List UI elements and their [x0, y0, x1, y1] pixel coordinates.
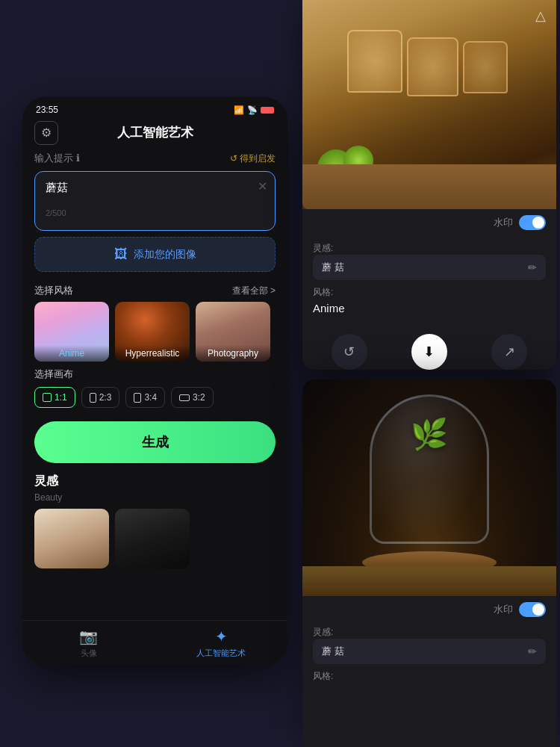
bottom-inspiration-label: 灵感:: [313, 626, 546, 639]
bottom-edit-icon[interactable]: ✏: [528, 645, 537, 657]
page-title: 人工智能艺术: [117, 124, 193, 141]
bottom-watermark-toggle[interactable]: [519, 602, 546, 617]
style-section-title: 选择风格: [34, 284, 73, 297]
glass-3: [463, 41, 508, 93]
style-info-value: Anime: [313, 299, 546, 317]
landscape-3-2-icon: [179, 394, 190, 401]
canvas-3-2-label: 3:2: [193, 392, 205, 403]
canvas-3-4-label: 3:4: [144, 392, 157, 403]
inspiration-value-box: 蘑 菇 ✏: [313, 255, 546, 280]
regenerate-button[interactable]: ↺ 再次生成: [313, 334, 385, 370]
save-button[interactable]: ⬇ 保存: [393, 334, 465, 370]
style-card-hyperrealistic[interactable]: Hyperrealistic: [115, 302, 190, 362]
prompt-section-label: 输入提示 ℹ ↺ 得到启发: [22, 147, 287, 168]
canvas-2-3-label: 2:3: [99, 392, 112, 403]
save-icon: ⬇: [411, 334, 447, 370]
prompt-counter: 2/500: [46, 208, 264, 217]
canvas-option-3-2[interactable]: 3:2: [171, 387, 214, 408]
plant-image: 🌿: [302, 379, 556, 596]
style-card-photography[interactable]: Photography: [196, 302, 270, 362]
plant-leaves: 🌿: [411, 417, 448, 452]
result-info: 灵感: 蘑 菇 ✏ 风格: Anime: [302, 236, 556, 329]
edit-inspiration-icon[interactable]: ✏: [528, 261, 537, 273]
style-card-photo-label: Photography: [196, 345, 270, 362]
status-bar: 23:55 📶 📡: [22, 97, 287, 118]
style-section-header: 选择风格 查看全部 >: [22, 278, 287, 302]
style-card-anime-label: Anime: [34, 345, 109, 362]
canvas-option-2-3[interactable]: 2:3: [81, 387, 120, 408]
wifi-icon: 📡: [247, 105, 258, 115]
nav-item-portrait[interactable]: 📷 头像: [22, 621, 155, 665]
inspiration-value: 蘑 菇: [322, 261, 344, 274]
style-card-hyper-label: Hyperrealistic: [115, 345, 190, 362]
status-icons: 📶 📡: [234, 105, 274, 115]
bottom-nav: 📷 头像 ✦ 人工智能艺术: [22, 620, 287, 665]
phone-panel: 23:55 📶 📡 ⚙ 人工智能艺术 输入提示 ℹ ↺ 得到启发 蘑菇 2/50…: [22, 97, 287, 665]
bottom-inspiration-value-box: 蘑 菇 ✏: [313, 639, 546, 664]
drinks-image: △: [302, 0, 556, 209]
canvas-title: 选择画布: [34, 368, 276, 381]
time-display: 23:55: [36, 105, 58, 115]
inspiration-card-2[interactable]: [115, 509, 190, 568]
inspiration-card-1[interactable]: [34, 509, 109, 568]
inspire-link[interactable]: ↺ 得到启发: [230, 152, 276, 165]
bottom-style-label: 风格:: [313, 670, 546, 683]
action-buttons: ↺ 再次生成 ⬇ 保存 ↗ 分享: [302, 329, 556, 370]
battery-icon: [261, 107, 274, 114]
settings-button[interactable]: ⚙: [34, 121, 58, 145]
signal-icon: 📶: [234, 105, 244, 115]
prompt-label-text: 输入提示 ℹ: [34, 152, 80, 165]
phone-header: ⚙ 人工智能艺术: [22, 118, 287, 147]
canvas-1-1-label: 1:1: [55, 392, 67, 403]
bottom-result-info: 灵感: 蘑 菇 ✏ 风格:: [302, 623, 556, 686]
bottom-watermark-label: 水印: [494, 603, 513, 616]
view-all-button[interactable]: 查看全部 >: [232, 285, 276, 297]
inspiration-title: 灵感: [34, 474, 276, 489]
ai-art-nav-icon: ✦: [215, 627, 228, 645]
inspiration-section: 灵感 Beauty: [22, 471, 287, 571]
right-bottom-panel: 🌿 水印 灵感: 蘑 菇 ✏ 风格:: [302, 379, 556, 747]
floor-surface: [302, 566, 556, 596]
canvas-option-3-4[interactable]: 3:4: [125, 387, 165, 408]
wooden-surface: [302, 164, 556, 209]
canvas-section: 选择画布 1:1 2:3 3:4 3:2: [22, 362, 287, 414]
canvas-option-1-1[interactable]: 1:1: [34, 387, 75, 408]
triangle-icon: △: [535, 7, 546, 24]
add-image-icon: 🖼: [114, 247, 128, 262]
gear-icon: ⚙: [41, 125, 52, 140]
canvas-options-row: 1:1 2:3 3:4 3:2: [34, 387, 276, 408]
right-top-panel: △ 水印 灵感: 蘑 菇 ✏ 风格: Anime ↺ 再次生成 ⬇ 保存 ↗ 分…: [302, 0, 556, 370]
inspiration-info-label: 灵感:: [313, 242, 546, 255]
style-info-label: 风格:: [313, 286, 546, 299]
portrait-2-3-icon: [90, 393, 96, 403]
style-cards-row: Anime Hyperrealistic Photography: [22, 302, 287, 362]
style-card-anime[interactable]: Anime: [34, 302, 109, 362]
generate-button[interactable]: 生成: [34, 421, 276, 463]
watermark-row: 水印: [302, 209, 556, 236]
watermark-toggle[interactable]: [519, 215, 546, 230]
share-button[interactable]: ↗ 分享: [473, 334, 546, 370]
portrait-nav-icon: 📷: [79, 627, 98, 645]
watermark-label: 水印: [494, 216, 513, 229]
portrait-nav-label: 头像: [81, 648, 97, 659]
prompt-text: 蘑菇: [46, 181, 264, 195]
share-icon: ↗: [491, 334, 527, 370]
square-icon: [43, 393, 52, 402]
clear-button[interactable]: ✕: [258, 179, 267, 193]
inspiration-subtitle: Beauty: [34, 492, 276, 503]
add-image-label: 添加您的图像: [134, 248, 196, 261]
inspiration-row: [34, 509, 276, 568]
regenerate-icon: ↺: [332, 334, 367, 370]
add-image-button[interactable]: 🖼 添加您的图像: [34, 237, 276, 272]
prompt-area[interactable]: 蘑菇 2/500 ✕: [34, 171, 276, 231]
portrait-3-4-icon: [134, 393, 141, 403]
ai-art-nav-label: 人工智能艺术: [196, 648, 246, 659]
bottom-watermark-row: 水印: [302, 596, 556, 623]
nav-item-ai-art[interactable]: ✦ 人工智能艺术: [155, 621, 288, 665]
bottom-inspiration-value: 蘑 菇: [322, 645, 344, 658]
